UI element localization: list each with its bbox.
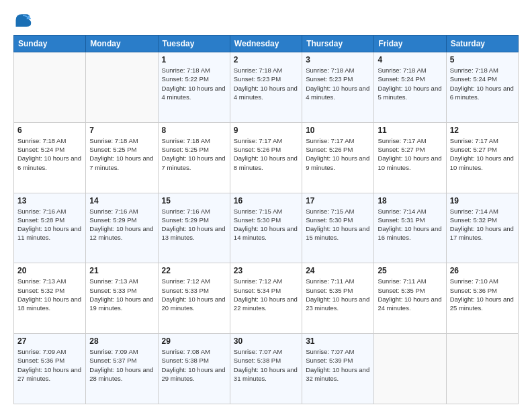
calendar-cell: 15Sunrise: 7:16 AMSunset: 5:29 PMDayligh… (158, 193, 230, 263)
day-number: 18 (378, 196, 442, 205)
calendar-cell (14, 52, 86, 123)
day-info: Sunrise: 7:12 AMSunset: 5:34 PMDaylight:… (234, 277, 298, 312)
day-info: Sunrise: 7:18 AMSunset: 5:25 PMDaylight:… (162, 136, 226, 172)
day-info: Sunrise: 7:13 AMSunset: 5:33 PMDaylight:… (89, 277, 154, 312)
day-info: Sunrise: 7:14 AMSunset: 5:31 PMDaylight:… (378, 207, 442, 242)
day-number: 19 (450, 196, 515, 205)
week-row-4: 20Sunrise: 7:13 AMSunset: 5:32 PMDayligh… (14, 263, 519, 334)
day-number: 8 (162, 126, 226, 135)
day-number: 10 (306, 126, 370, 135)
weekday-header-wednesday: Wednesday (230, 36, 302, 52)
day-info: Sunrise: 7:08 AMSunset: 5:38 PMDaylight:… (162, 347, 226, 383)
day-number: 24 (306, 266, 370, 275)
day-number: 5 (450, 55, 515, 64)
day-number: 30 (234, 336, 298, 346)
calendar-cell: 4Sunrise: 7:18 AMSunset: 5:24 PMDaylight… (374, 52, 446, 123)
calendar-cell (86, 52, 158, 123)
day-info: Sunrise: 7:18 AMSunset: 5:24 PMDaylight:… (17, 136, 82, 172)
day-number: 26 (450, 266, 515, 275)
day-number: 27 (17, 336, 82, 346)
calendar-cell: 16Sunrise: 7:15 AMSunset: 5:30 PMDayligh… (230, 193, 302, 263)
week-row-3: 13Sunrise: 7:16 AMSunset: 5:28 PMDayligh… (14, 193, 519, 263)
calendar-cell: 13Sunrise: 7:16 AMSunset: 5:28 PMDayligh… (14, 193, 86, 263)
weekday-header-tuesday: Tuesday (158, 36, 230, 52)
day-number: 25 (378, 266, 442, 275)
calendar-cell: 1Sunrise: 7:18 AMSunset: 5:22 PMDaylight… (158, 52, 230, 123)
day-info: Sunrise: 7:16 AMSunset: 5:29 PMDaylight:… (162, 207, 226, 242)
calendar-table: SundayMondayTuesdayWednesdayThursdayFrid… (13, 35, 519, 404)
day-info: Sunrise: 7:18 AMSunset: 5:24 PMDaylight:… (378, 66, 442, 101)
day-number: 1 (162, 55, 226, 64)
calendar-cell: 9Sunrise: 7:17 AMSunset: 5:26 PMDaylight… (230, 122, 302, 193)
day-info: Sunrise: 7:07 AMSunset: 5:39 PMDaylight:… (306, 347, 370, 383)
header (13, 11, 519, 30)
day-info: Sunrise: 7:17 AMSunset: 5:26 PMDaylight:… (234, 136, 298, 172)
calendar-cell: 30Sunrise: 7:07 AMSunset: 5:38 PMDayligh… (230, 334, 302, 404)
day-number: 12 (450, 126, 515, 135)
day-info: Sunrise: 7:16 AMSunset: 5:28 PMDaylight:… (17, 207, 82, 242)
calendar-cell: 20Sunrise: 7:13 AMSunset: 5:32 PMDayligh… (14, 263, 86, 334)
day-info: Sunrise: 7:14 AMSunset: 5:32 PMDaylight:… (450, 207, 515, 242)
day-number: 7 (89, 126, 154, 135)
week-row-2: 6Sunrise: 7:18 AMSunset: 5:24 PMDaylight… (14, 122, 519, 193)
calendar-cell: 12Sunrise: 7:17 AMSunset: 5:27 PMDayligh… (446, 122, 518, 193)
day-info: Sunrise: 7:18 AMSunset: 5:25 PMDaylight:… (89, 136, 154, 172)
calendar-cell: 7Sunrise: 7:18 AMSunset: 5:25 PMDaylight… (86, 122, 158, 193)
calendar-cell: 6Sunrise: 7:18 AMSunset: 5:24 PMDaylight… (14, 122, 86, 193)
day-info: Sunrise: 7:11 AMSunset: 5:35 PMDaylight:… (378, 277, 442, 312)
calendar-cell: 21Sunrise: 7:13 AMSunset: 5:33 PMDayligh… (86, 263, 158, 334)
day-info: Sunrise: 7:09 AMSunset: 5:36 PMDaylight:… (17, 347, 82, 383)
calendar-cell: 8Sunrise: 7:18 AMSunset: 5:25 PMDaylight… (158, 122, 230, 193)
day-number: 31 (306, 336, 370, 346)
day-number: 20 (17, 266, 82, 275)
calendar-cell: 18Sunrise: 7:14 AMSunset: 5:31 PMDayligh… (374, 193, 446, 263)
calendar-cell: 3Sunrise: 7:18 AMSunset: 5:23 PMDaylight… (302, 52, 374, 123)
day-number: 17 (306, 196, 370, 205)
day-number: 9 (234, 126, 298, 135)
logo (13, 11, 35, 30)
day-number: 11 (378, 126, 442, 135)
day-number: 14 (89, 196, 154, 205)
calendar-cell (374, 334, 446, 404)
day-info: Sunrise: 7:15 AMSunset: 5:30 PMDaylight:… (306, 207, 370, 242)
calendar-cell: 25Sunrise: 7:11 AMSunset: 5:35 PMDayligh… (374, 263, 446, 334)
calendar-cell: 14Sunrise: 7:16 AMSunset: 5:29 PMDayligh… (86, 193, 158, 263)
page: SundayMondayTuesdayWednesdayThursdayFrid… (0, 0, 532, 411)
calendar-cell: 11Sunrise: 7:17 AMSunset: 5:27 PMDayligh… (374, 122, 446, 193)
day-info: Sunrise: 7:13 AMSunset: 5:32 PMDaylight:… (17, 277, 82, 312)
weekday-header-thursday: Thursday (302, 36, 374, 52)
day-number: 15 (162, 196, 226, 205)
weekday-header-sunday: Sunday (14, 36, 86, 52)
calendar-cell (446, 334, 518, 404)
day-info: Sunrise: 7:07 AMSunset: 5:38 PMDaylight:… (234, 347, 298, 383)
day-info: Sunrise: 7:15 AMSunset: 5:30 PMDaylight:… (234, 207, 298, 242)
week-row-1: 1Sunrise: 7:18 AMSunset: 5:22 PMDaylight… (14, 52, 519, 123)
calendar-cell: 24Sunrise: 7:11 AMSunset: 5:35 PMDayligh… (302, 263, 374, 334)
day-info: Sunrise: 7:11 AMSunset: 5:35 PMDaylight:… (306, 277, 370, 312)
week-row-5: 27Sunrise: 7:09 AMSunset: 5:36 PMDayligh… (14, 334, 519, 404)
calendar-cell: 31Sunrise: 7:07 AMSunset: 5:39 PMDayligh… (302, 334, 374, 404)
day-info: Sunrise: 7:17 AMSunset: 5:27 PMDaylight:… (450, 136, 515, 172)
day-info: Sunrise: 7:12 AMSunset: 5:33 PMDaylight:… (162, 277, 226, 312)
day-info: Sunrise: 7:09 AMSunset: 5:37 PMDaylight:… (89, 347, 154, 383)
calendar-cell: 26Sunrise: 7:10 AMSunset: 5:36 PMDayligh… (446, 263, 518, 334)
day-info: Sunrise: 7:18 AMSunset: 5:22 PMDaylight:… (162, 66, 226, 101)
day-info: Sunrise: 7:18 AMSunset: 5:23 PMDaylight:… (234, 66, 298, 101)
weekday-header-monday: Monday (86, 36, 158, 52)
calendar-cell: 2Sunrise: 7:18 AMSunset: 5:23 PMDaylight… (230, 52, 302, 123)
day-info: Sunrise: 7:17 AMSunset: 5:27 PMDaylight:… (378, 136, 442, 172)
day-info: Sunrise: 7:18 AMSunset: 5:23 PMDaylight:… (306, 66, 370, 101)
calendar-cell: 23Sunrise: 7:12 AMSunset: 5:34 PMDayligh… (230, 263, 302, 334)
calendar-cell: 10Sunrise: 7:17 AMSunset: 5:26 PMDayligh… (302, 122, 374, 193)
day-number: 16 (234, 196, 298, 205)
calendar-cell: 27Sunrise: 7:09 AMSunset: 5:36 PMDayligh… (14, 334, 86, 404)
day-number: 29 (162, 336, 226, 346)
logo-icon (13, 11, 32, 30)
weekday-header-friday: Friday (374, 36, 446, 52)
weekday-header-row: SundayMondayTuesdayWednesdayThursdayFrid… (14, 36, 519, 52)
day-number: 3 (306, 55, 370, 64)
calendar-cell: 19Sunrise: 7:14 AMSunset: 5:32 PMDayligh… (446, 193, 518, 263)
calendar-cell: 17Sunrise: 7:15 AMSunset: 5:30 PMDayligh… (302, 193, 374, 263)
day-info: Sunrise: 7:16 AMSunset: 5:29 PMDaylight:… (89, 207, 154, 242)
weekday-header-saturday: Saturday (446, 36, 518, 52)
